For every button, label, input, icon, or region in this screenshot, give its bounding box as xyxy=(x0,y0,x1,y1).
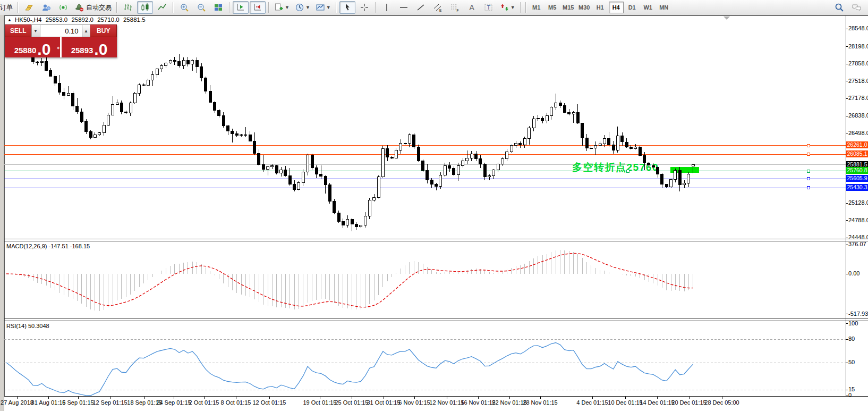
axis-tick-marks xyxy=(17,29,848,399)
chart-canvas[interactable]: 多空转折点25760 xyxy=(0,0,868,411)
open-value: 25853.0 xyxy=(46,16,68,23)
buy-button[interactable]: BUY xyxy=(90,24,117,37)
volume-increase-button[interactable]: ▲ xyxy=(82,24,91,37)
price-tick-label: 28548.0 xyxy=(848,25,868,31)
low-value: 25710.0 xyxy=(97,16,120,23)
level-price-label: 25760.8 xyxy=(846,167,868,174)
symbol-period: HK50-,H4 xyxy=(15,16,42,23)
annotation-text[interactable]: 多空转折点25760 xyxy=(572,162,659,173)
buy-price[interactable]: 25893.0 xyxy=(62,37,117,57)
one-click-trading-panel: SELL ▼ ▲ BUY 25880.0 25893.0 ◆ xyxy=(5,24,117,57)
rsi-tick-label: 100 xyxy=(848,320,858,326)
level-price-label: 25430.3 xyxy=(846,184,868,191)
high-value: 25892.0 xyxy=(71,16,93,23)
sell-button[interactable]: SELL xyxy=(5,24,31,37)
rsi-tick-label: 50 xyxy=(848,359,855,365)
price-tick-label: 27858.0 xyxy=(848,60,868,66)
volume-input[interactable] xyxy=(40,24,82,37)
macd-tick-label: 376.07 xyxy=(848,241,866,247)
macd-signal-line xyxy=(6,253,693,307)
price-tick-label: 24788.0 xyxy=(848,217,868,223)
rsi-label: RSI(14) 50.3048 xyxy=(6,323,49,329)
time-tick-label: 28 Dec 05:00 xyxy=(696,399,747,406)
volume-decrease-button[interactable]: ▼ xyxy=(31,24,40,37)
price-tick-label: 25128.0 xyxy=(848,199,868,206)
price-tick-label: 26498.0 xyxy=(848,130,868,136)
level-price-label: 26085.1 xyxy=(846,150,868,157)
horizontal-level-lines[interactable] xyxy=(4,146,846,188)
macd-histogram xyxy=(6,250,693,312)
level-price-label: 26261.0 xyxy=(846,141,868,148)
rsi-tick-label: 80 xyxy=(848,335,855,342)
macd-tick-label: -517.93 xyxy=(848,311,868,317)
price-tick-label: 27518.0 xyxy=(848,78,868,84)
price-tick-label: 26838.0 xyxy=(848,112,868,119)
level-price-label: 25605.9 xyxy=(846,175,868,182)
macd-tick-label: 0.00 xyxy=(848,270,860,276)
close-value: 25881.5 xyxy=(123,16,146,23)
spread-marker-icon: ◆ xyxy=(57,46,59,50)
price-tick-label: 24448.0 xyxy=(848,234,868,240)
price-tick-label: 27178.0 xyxy=(848,95,868,101)
collapse-icon[interactable]: ▲ xyxy=(7,18,12,22)
time-tick-label: 28 Nov 01:15 xyxy=(515,399,566,406)
time-tick-label: 12 Oct 01:15 xyxy=(244,399,295,406)
macd-label: MACD(12,26,9) -147.51 -168.15 xyxy=(6,243,90,249)
ohlc-info-bar: ▲HK50-,H4 25853.0 25892.0 25710.0 25881.… xyxy=(7,16,148,23)
price-tick-label: 28198.0 xyxy=(848,43,868,49)
rsi-line xyxy=(6,343,693,396)
mt4-window: { "toolbar": { "order_label": "订单", "aut… xyxy=(0,0,868,411)
rsi-tick-label: 0 xyxy=(848,392,852,398)
shift-marker-icon[interactable] xyxy=(724,16,730,20)
sell-price[interactable]: 25880.0 xyxy=(5,37,62,57)
